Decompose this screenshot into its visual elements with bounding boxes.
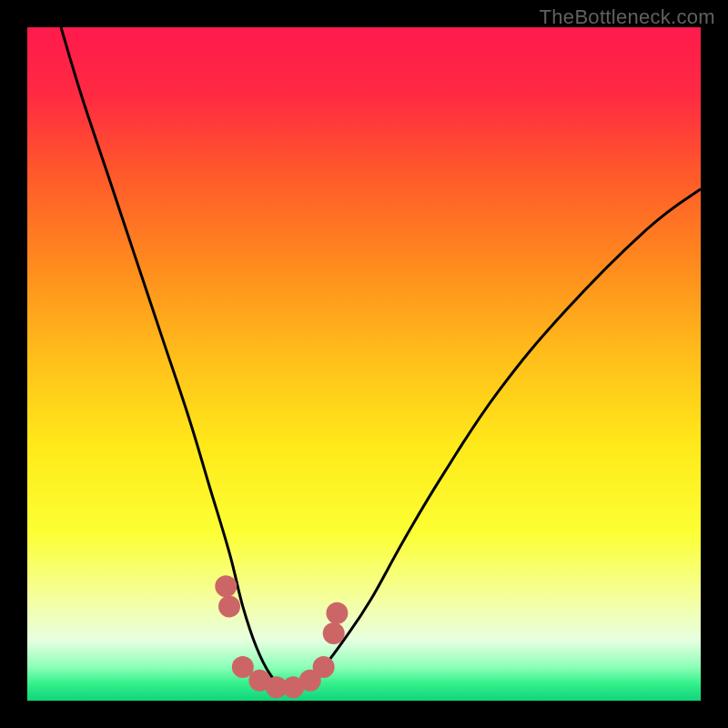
marker-point [323,622,345,644]
marker-point [218,595,240,617]
marker-point [313,656,335,678]
bottleneck-curve [61,27,701,689]
marker-group [215,575,348,698]
plot-area [27,27,701,701]
chart-overlay [27,27,701,701]
marker-point [326,602,348,624]
watermark: TheBottleneck.com [540,5,715,29]
chart-stage: TheBottleneck.com [0,0,728,728]
marker-point [215,575,237,597]
